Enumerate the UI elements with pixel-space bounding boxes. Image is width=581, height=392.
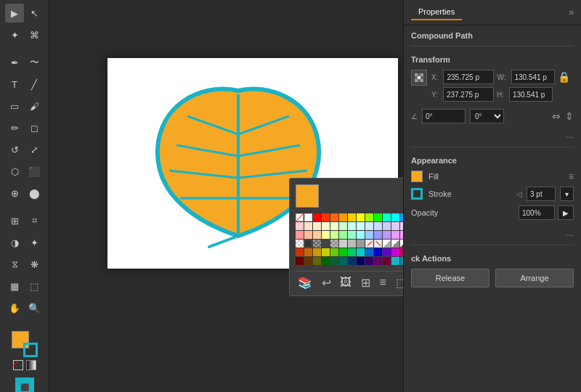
curvature-tool[interactable]: 〜	[25, 53, 44, 72]
swatch[interactable]	[348, 231, 356, 239]
swatch[interactable]	[304, 213, 312, 221]
swatch[interactable]	[313, 248, 321, 256]
swatch[interactable]	[304, 240, 312, 248]
swatch[interactable]	[391, 240, 399, 248]
swatch[interactable]	[400, 257, 403, 265]
swatch[interactable]	[365, 248, 373, 256]
swatch[interactable]	[296, 240, 304, 248]
swatch[interactable]	[357, 248, 365, 256]
swatch[interactable]	[383, 231, 391, 239]
appearance-more-btn[interactable]: ···	[404, 227, 581, 242]
panel-expand-btn[interactable]: »	[569, 7, 574, 17]
pen-tool[interactable]: ✒	[5, 53, 24, 72]
swatch[interactable]	[400, 213, 403, 221]
swatch[interactable]	[330, 231, 338, 239]
swatch[interactable]	[400, 222, 403, 230]
swatch[interactable]	[322, 240, 330, 248]
stroke-color-box[interactable]	[23, 343, 38, 357]
swatch[interactable]	[313, 240, 321, 248]
none-box[interactable]	[13, 360, 23, 370]
artboard-tool[interactable]: ⬚	[25, 277, 44, 295]
swatch[interactable]	[357, 257, 365, 265]
lasso-tool[interactable]: ⌘	[25, 25, 44, 44]
swatch-none[interactable]	[365, 240, 373, 248]
swatch[interactable]	[365, 213, 373, 221]
swatch[interactable]	[339, 257, 347, 265]
swatch[interactable]	[330, 213, 338, 221]
fill-indicator[interactable]	[411, 171, 423, 182]
add-swatch-icon[interactable]: ↩	[322, 276, 331, 290]
swatch[interactable]	[383, 240, 391, 248]
lock-icon[interactable]: 🔒	[558, 71, 570, 83]
transform-more-btn[interactable]: ···	[404, 129, 581, 144]
swatch[interactable]	[348, 213, 356, 221]
swatch[interactable]	[330, 257, 338, 265]
opacity-dropdown[interactable]: ▶	[558, 205, 574, 220]
swatch[interactable]	[304, 257, 312, 265]
flip-vertical-icon[interactable]: ⇕	[565, 110, 574, 122]
swatch[interactable]	[330, 248, 338, 256]
swatch[interactable]	[296, 257, 304, 265]
puppet-warp-tool[interactable]: ⬡	[5, 162, 24, 181]
swatch[interactable]	[339, 240, 347, 248]
stroke-weight-input[interactable]	[527, 187, 556, 201]
swatch[interactable]	[374, 222, 382, 230]
magic-wand-tool[interactable]: ✦	[5, 25, 24, 44]
swatch-teal[interactable]	[391, 257, 399, 265]
swatch[interactable]	[391, 213, 399, 221]
swatch[interactable]	[313, 257, 321, 265]
column-graph-tool[interactable]: ▦	[5, 277, 24, 295]
swatch[interactable]	[383, 222, 391, 230]
eraser-tool[interactable]: ◻	[25, 118, 44, 137]
swatch-groups-icon[interactable]: ⬚	[396, 276, 403, 290]
swatch[interactable]	[339, 248, 347, 256]
swatch[interactable]	[322, 231, 330, 239]
swatch[interactable]	[322, 222, 330, 230]
line-tool[interactable]: ╱	[25, 75, 44, 94]
flip-horizontal-icon[interactable]: ⇔	[552, 110, 561, 122]
transform-reference-icon[interactable]	[411, 70, 427, 86]
swatch[interactable]	[304, 231, 312, 239]
gradient-box[interactable]	[26, 360, 36, 370]
swatch[interactable]	[296, 213, 304, 221]
swatch[interactable]	[374, 257, 382, 265]
eyedropper-tool[interactable]: ✦	[25, 233, 44, 252]
swatch[interactable]	[357, 231, 365, 239]
shape-builder-tool[interactable]: ⊕	[5, 184, 24, 203]
select-tool[interactable]: ▶	[5, 4, 24, 23]
perspective-grid-tool[interactable]: ⊞	[5, 211, 24, 230]
swatch-library-icon[interactable]: 📚	[298, 276, 312, 290]
w-input[interactable]	[511, 70, 555, 84]
angle-input[interactable]	[422, 109, 466, 123]
swatch[interactable]	[330, 222, 338, 230]
angle-preset-dropdown[interactable]: 0° 90° 180° 270°	[470, 109, 504, 123]
gradient-tool[interactable]: ◑	[5, 233, 24, 252]
new-swatch-icon[interactable]: ≡	[380, 276, 386, 290]
swatch[interactable]	[400, 240, 403, 248]
swatch[interactable]	[313, 222, 321, 230]
rotate-tool[interactable]: ↺	[5, 140, 24, 159]
swatch[interactable]	[348, 240, 356, 248]
mesh-tool[interactable]: ⌗	[25, 211, 44, 230]
swatch[interactable]	[365, 257, 373, 265]
swatch[interactable]	[365, 231, 373, 239]
swatch[interactable]	[313, 213, 321, 221]
swatch[interactable]	[357, 240, 365, 248]
edit-pattern-icon[interactable]: 🖼	[340, 276, 352, 290]
fill-stroke-area[interactable]	[12, 331, 38, 357]
live-paint-tool[interactable]: ⬤	[25, 184, 44, 203]
swatch[interactable]	[304, 248, 312, 256]
swatch[interactable]	[339, 213, 347, 221]
stroke-weight-dropdown[interactable]: ▾	[560, 187, 574, 201]
swatch[interactable]	[374, 213, 382, 221]
swatch[interactable]	[330, 240, 338, 248]
text-tool[interactable]: T	[5, 75, 24, 94]
y-input[interactable]	[443, 87, 494, 102]
paintbrush-tool[interactable]: 🖌	[25, 97, 44, 115]
swatch[interactable]	[391, 222, 399, 230]
arrange-button[interactable]: Arrange	[495, 269, 574, 287]
swatch[interactable]	[339, 222, 347, 230]
tab-properties[interactable]: Properties	[411, 4, 462, 20]
swatch[interactable]	[391, 248, 399, 256]
swatch[interactable]	[400, 248, 403, 256]
